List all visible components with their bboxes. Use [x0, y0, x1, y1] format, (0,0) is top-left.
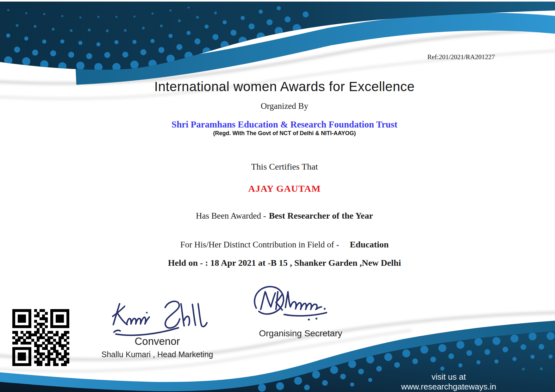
- recipient-name: AJAY GAUTAM: [14, 183, 555, 194]
- field-line: For His/Her Distinct Contribution in Fie…: [14, 240, 555, 250]
- award-prefix: Has Been Awarded -: [196, 211, 266, 221]
- award-title: Best Researcher of the Year: [269, 211, 373, 221]
- secretary-role: Organising Secretary: [244, 328, 358, 339]
- convenor-signature: [106, 297, 214, 339]
- event-details: Held on - : 18 Apr 2021 at -B 15 , Shank…: [14, 258, 555, 268]
- organization-name: Shri Paramhans Education & Research Foun…: [14, 119, 555, 130]
- field-prefix: For His/Her Distinct Contribution in Fie…: [180, 240, 339, 249]
- convenor-name: Shallu Kumari , Head Marketing: [94, 350, 221, 359]
- qr-code: [12, 309, 69, 366]
- organized-by-label: Organized By: [14, 101, 555, 111]
- convenor-role: Convenor: [107, 335, 208, 347]
- certifies-label: This Certifies That: [14, 162, 555, 172]
- secretary-signature: [247, 282, 342, 323]
- certificate-page: Ref:201/2021/RA201227 International wome…: [0, 0, 555, 392]
- ref-number: Ref:201/2021/RA201227: [427, 53, 495, 61]
- registration-note: (Regd. With The Govt of NCT of Delhi & N…: [14, 130, 555, 137]
- award-line: Has Been Awarded -Best Researcher of the…: [14, 211, 555, 221]
- certificate-title: International women Awards for Excellenc…: [14, 79, 555, 94]
- footer-url: visit us at www.researchgateways.in: [385, 372, 512, 392]
- field-value: Education: [350, 240, 389, 249]
